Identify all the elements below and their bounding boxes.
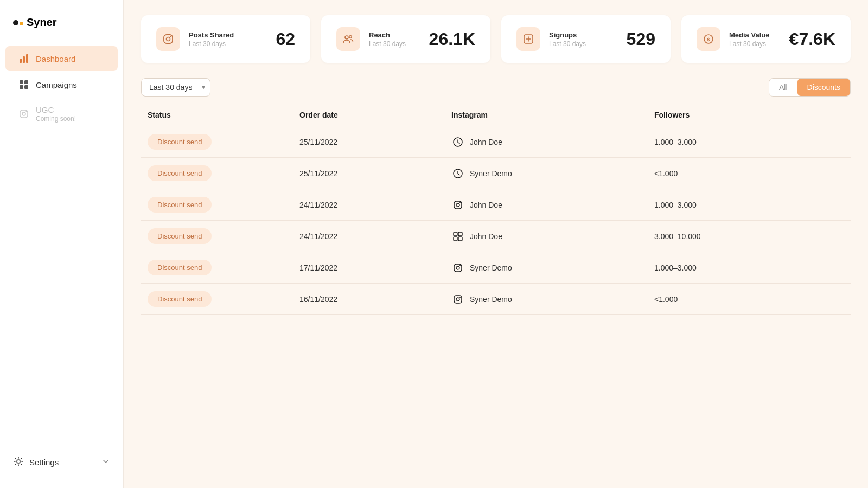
ugc-coming-soon: Coming soon! [36, 115, 76, 123]
ig-name-2: John Doe [470, 201, 502, 209]
stat-info-reach: Reach Last 30 days [369, 31, 416, 48]
settings-label: Settings [29, 458, 59, 467]
svg-rect-21 [454, 201, 462, 209]
svg-rect-3 [20, 80, 23, 84]
discount-badge-2: Discount send [148, 197, 212, 213]
col-header-followers: Followers [648, 111, 851, 119]
signups-icon [522, 33, 534, 45]
discount-badge-1: Discount send [148, 165, 212, 181]
svg-point-30 [459, 265, 461, 266]
logo-icon [13, 20, 23, 25]
table-row: Discount send 24/11/2022 John Doe 3.000–… [141, 221, 851, 252]
cell-instagram-1: Syner Demo [445, 167, 648, 180]
svg-rect-24 [454, 232, 457, 236]
svg-rect-28 [454, 264, 462, 272]
table-row: Discount send 25/11/2022 John Doe 1.000–… [141, 126, 851, 158]
stat-sublabel-signups: Last 30 days [549, 40, 614, 48]
tab-all[interactable]: All [769, 79, 797, 96]
discount-badge-4: Discount send [148, 260, 212, 275]
svg-rect-5 [20, 85, 23, 89]
stat-label-reach: Reach [369, 31, 416, 39]
cell-instagram-5: Syner Demo [445, 293, 648, 306]
svg-rect-1 [23, 56, 25, 63]
instagram-posts-icon [162, 33, 174, 45]
stat-sublabel-posts-shared: Last 30 days [189, 40, 263, 48]
stat-card-reach: Reach Last 30 days 26.1K [321, 15, 490, 63]
cell-status-2: Discount send [141, 197, 293, 213]
sidebar: Syner Dashboard [0, 0, 124, 488]
stats-row: Posts Shared Last 30 days 62 Reach Last … [141, 15, 851, 63]
stat-value-reach: 26.1K [429, 29, 475, 49]
sidebar-item-dashboard[interactable]: Dashboard [5, 46, 118, 71]
svg-point-22 [456, 203, 459, 207]
stat-sublabel-media-value: Last 30 days [729, 40, 776, 48]
svg-text:$: $ [707, 37, 710, 42]
svg-point-14 [345, 36, 348, 39]
cell-status-5: Discount send [141, 291, 293, 307]
ig-name-1: Syner Demo [470, 169, 512, 178]
cell-date-0: 25/11/2022 [293, 138, 445, 146]
svg-rect-27 [458, 237, 462, 241]
logo: Syner [0, 11, 123, 45]
sidebar-nav: Dashboard Campaigns [0, 45, 123, 447]
svg-point-13 [170, 36, 171, 37]
svg-point-23 [459, 202, 461, 203]
cell-followers-0: 1.000–3.000 [648, 138, 851, 146]
settings-icon [13, 456, 24, 468]
cell-instagram-4: Syner Demo [445, 261, 648, 274]
stat-label-media-value: Media Value [729, 31, 776, 39]
cell-followers-1: <1.000 [648, 169, 851, 178]
period-filter-wrap[interactable]: Last 30 days [141, 78, 210, 97]
col-header-instagram: Instagram [445, 111, 648, 119]
stat-label-posts-shared: Posts Shared [189, 31, 263, 39]
tab-discounts[interactable]: Discounts [797, 79, 850, 96]
sidebar-label-dashboard: Dashboard [36, 54, 75, 63]
instagram-circle-icon-2 [451, 198, 464, 211]
cell-followers-4: 1.000–3.000 [648, 264, 851, 272]
ig-name-0: John Doe [470, 138, 502, 146]
ig-name-5: Syner Demo [470, 295, 512, 304]
discount-badge-0: Discount send [148, 134, 212, 150]
cell-status-3: Discount send [141, 228, 293, 244]
stat-value-signups: 529 [627, 29, 655, 49]
svg-point-33 [459, 297, 461, 298]
clock-icon-0 [451, 136, 464, 149]
main-content: Posts Shared Last 30 days 62 Reach Last … [124, 0, 868, 488]
posts-shared-icon-wrap [156, 27, 180, 51]
svg-rect-31 [454, 296, 462, 303]
stat-label-signups: Signups [549, 31, 614, 39]
cell-status-4: Discount send [141, 260, 293, 275]
media-value-icon-wrap: $ [697, 27, 720, 51]
signups-icon-wrap [516, 27, 540, 51]
brand-name: Syner [27, 16, 57, 29]
col-header-order-date: Order date [293, 111, 445, 119]
svg-rect-6 [24, 85, 28, 89]
cell-status-0: Discount send [141, 134, 293, 150]
table-row: Discount send 24/11/2022 John Doe 1.000–… [141, 189, 851, 221]
svg-point-12 [167, 37, 170, 41]
table-row: Discount send 16/11/2022 Syner Demo <1.0… [141, 284, 851, 315]
svg-rect-2 [26, 54, 28, 63]
table-container: Status Order date Instagram Followers Di… [141, 106, 851, 315]
table-row: Discount send 25/11/2022 Syner Demo <1.0… [141, 158, 851, 189]
ugc-label-wrap: UGC Coming soon! [36, 105, 76, 123]
logo-dot-big [13, 20, 18, 25]
svg-rect-11 [164, 35, 173, 43]
stat-info-media-value: Media Value Last 30 days [729, 31, 776, 48]
discount-badge-3: Discount send [148, 228, 212, 244]
grid-circle-icon-3 [451, 230, 464, 243]
cell-date-5: 16/11/2022 [293, 295, 445, 304]
svg-point-32 [456, 298, 459, 301]
users-icon [342, 33, 354, 45]
sidebar-label-ugc: UGC [36, 105, 54, 114]
cell-instagram-2: John Doe [445, 198, 648, 211]
svg-rect-25 [458, 232, 462, 236]
currency-icon: $ [703, 33, 714, 45]
sidebar-item-campaigns[interactable]: Campaigns [5, 72, 118, 97]
sidebar-label-campaigns: Campaigns [36, 80, 77, 89]
svg-rect-0 [20, 59, 22, 63]
period-filter-select[interactable]: Last 30 days [141, 78, 210, 97]
grid-icon [18, 79, 29, 90]
sidebar-footer-settings[interactable]: Settings [0, 447, 123, 477]
stat-value-media-value: €7.6K [789, 29, 835, 49]
